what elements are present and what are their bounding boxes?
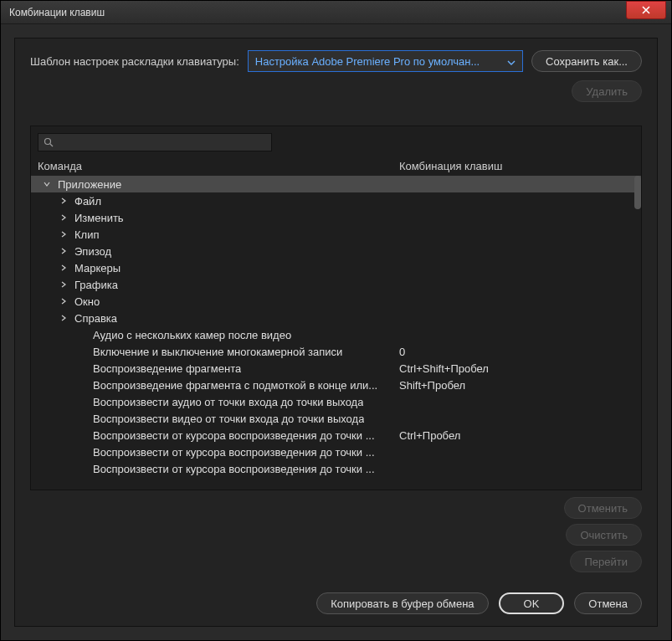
tree-row[interactable]: Графика	[31, 276, 641, 293]
command-cell: Воспроизведение фрагмента с подмоткой в …	[38, 379, 399, 392]
delete-row: Удалить	[30, 80, 642, 102]
tree-row[interactable]: Изменить	[31, 209, 641, 226]
shortcuts-dialog: Комбинации клавиш Шаблон настроек раскла…	[0, 0, 672, 641]
tree-row[interactable]: Воспроизвести от курсора воспроизведения…	[31, 427, 641, 444]
tree-row[interactable]: Файл	[31, 192, 641, 209]
chevron-right-icon	[58, 231, 69, 238]
command-cell: Клип	[38, 228, 399, 241]
command-label: Файл	[74, 195, 101, 208]
shortcut-cell: Ctrl+Пробел	[399, 429, 641, 442]
chevron-down-icon	[507, 55, 516, 68]
layout-label: Шаблон настроек раскладки клавиатуры:	[30, 55, 239, 68]
side-actions: Отменить Очистить Перейти	[30, 497, 642, 572]
shortcut-cell: Ctrl+Shift+Пробел	[399, 362, 641, 375]
command-label: Изменить	[74, 212, 124, 224]
command-cell: Графика	[38, 279, 399, 291]
tree-row[interactable]: Включение и выключение многокамерной зап…	[31, 343, 641, 360]
ok-button[interactable]: OK	[499, 592, 565, 614]
command-label: Воспроизведение фрагмента	[93, 362, 241, 375]
command-label: Воспроизвести аудио от точки входа до то…	[93, 396, 363, 408]
command-cell: Приложение	[38, 178, 399, 191]
tree-row[interactable]: Воспроизведение фрагмента с подмоткой в …	[31, 377, 641, 393]
command-label: Графика	[74, 279, 118, 291]
command-label: Включение и выключение многокамерной зап…	[93, 346, 342, 358]
shortcut-cell: 0	[399, 346, 641, 358]
columns-header: Команда Комбинация клавиш	[31, 158, 641, 176]
command-cell: Воспроизвести от курсора воспроизведения…	[38, 463, 399, 475]
layout-row: Шаблон настроек раскладки клавиатуры: На…	[30, 50, 642, 72]
column-command: Команда	[38, 160, 399, 172]
dialog-body: Шаблон настроек раскладки клавиатуры: На…	[14, 38, 658, 627]
command-cell: Включение и выключение многокамерной зап…	[38, 346, 399, 358]
tree-row[interactable]: Воспроизвести аудио от точки входа до то…	[31, 393, 641, 410]
tree-row[interactable]: Воспроизвести от курсора воспроизведения…	[31, 460, 641, 477]
chevron-right-icon	[58, 197, 69, 204]
shortcut-cell: Shift+Пробел	[399, 379, 641, 392]
tree-row[interactable]: Воспроизвести от курсора воспроизведения…	[31, 444, 641, 460]
command-cell: Воспроизведение фрагмента	[38, 362, 399, 375]
commands-tree[interactable]: ПриложениеФайлИзменитьКлипЭпизодМаркерыГ…	[31, 176, 641, 490]
command-cell: Воспроизвести от курсора воспроизведения…	[38, 429, 399, 442]
command-cell: Справка	[38, 312, 399, 325]
command-label: Клип	[74, 228, 99, 241]
command-cell: Маркеры	[38, 262, 399, 274]
command-label: Окно	[74, 295, 100, 308]
chevron-right-icon	[58, 315, 69, 321]
copy-clipboard-button[interactable]: Копировать в буфер обмена	[316, 592, 488, 614]
command-label: Маркеры	[74, 262, 121, 274]
tree-row[interactable]: Приложение	[31, 176, 641, 192]
command-cell: Изменить	[38, 212, 399, 224]
chevron-down-icon	[41, 181, 53, 187]
command-cell: Воспроизвести аудио от точки входа до то…	[38, 396, 399, 408]
titlebar: Комбинации клавиш	[1, 1, 671, 24]
tree-row[interactable]: Воспроизведение фрагментаCtrl+Shift+Проб…	[31, 360, 641, 377]
tree-row[interactable]: Аудио с нескольких камер после видео	[31, 326, 641, 343]
dropdown-value: Настройка Adobe Premiere Pro по умолчан.…	[255, 55, 480, 68]
goto-button: Перейти	[570, 551, 642, 572]
command-label: Воспроизвести от курсора воспроизведения…	[93, 463, 375, 475]
command-label: Воспроизвести от курсора воспроизведения…	[93, 446, 375, 459]
clear-button: Очистить	[566, 524, 642, 546]
command-cell: Эпизод	[38, 245, 399, 258]
chevron-right-icon	[58, 248, 69, 254]
save-as-button[interactable]: Сохранить как...	[531, 50, 642, 72]
delete-button: Удалить	[572, 80, 642, 102]
undo-button: Отменить	[564, 497, 642, 519]
command-label: Воспроизведение фрагмента с подмоткой в …	[93, 379, 377, 392]
shortcuts-panel: Команда Комбинация клавиш ПриложениеФайл…	[30, 126, 642, 490]
column-shortcut: Комбинация клавиш	[399, 160, 634, 172]
command-cell: Воспроизвести видео от точки входа до то…	[38, 413, 399, 425]
chevron-right-icon	[58, 281, 69, 288]
tree-row[interactable]: Справка	[31, 310, 641, 326]
tree-row[interactable]: Маркеры	[31, 259, 641, 276]
tree-row[interactable]: Клип	[31, 226, 641, 243]
search-input[interactable]	[38, 133, 272, 151]
command-label: Эпизод	[74, 245, 111, 258]
command-label: Справка	[74, 312, 117, 325]
tree-row[interactable]: Эпизод	[31, 243, 641, 259]
close-icon	[642, 6, 650, 14]
bottom-buttons: Копировать в буфер обмена OK Отмена	[30, 592, 642, 614]
command-label: Воспроизвести видео от точки входа до то…	[93, 413, 364, 425]
close-button[interactable]	[626, 1, 666, 19]
command-label: Приложение	[58, 178, 121, 191]
chevron-right-icon	[58, 264, 69, 271]
search-row	[31, 126, 641, 158]
chevron-right-icon	[58, 298, 69, 305]
cancel-button[interactable]: Отмена	[574, 592, 642, 614]
command-cell: Окно	[38, 295, 399, 308]
scrollbar-thumb[interactable]	[634, 176, 641, 209]
command-label: Воспроизвести от курсора воспроизведения…	[93, 429, 375, 442]
command-label: Аудио с нескольких камер после видео	[93, 329, 291, 341]
tree-row[interactable]: Воспроизвести видео от точки входа до то…	[31, 410, 641, 427]
tree-row[interactable]: Окно	[31, 293, 641, 310]
window-title: Комбинации клавиш	[9, 7, 105, 18]
command-cell: Воспроизвести от курсора воспроизведения…	[38, 446, 399, 459]
layout-dropdown[interactable]: Настройка Adobe Premiere Pro по умолчан.…	[248, 50, 523, 72]
command-cell: Файл	[38, 195, 399, 208]
command-cell: Аудио с нескольких камер после видео	[38, 329, 399, 341]
chevron-right-icon	[58, 214, 69, 221]
